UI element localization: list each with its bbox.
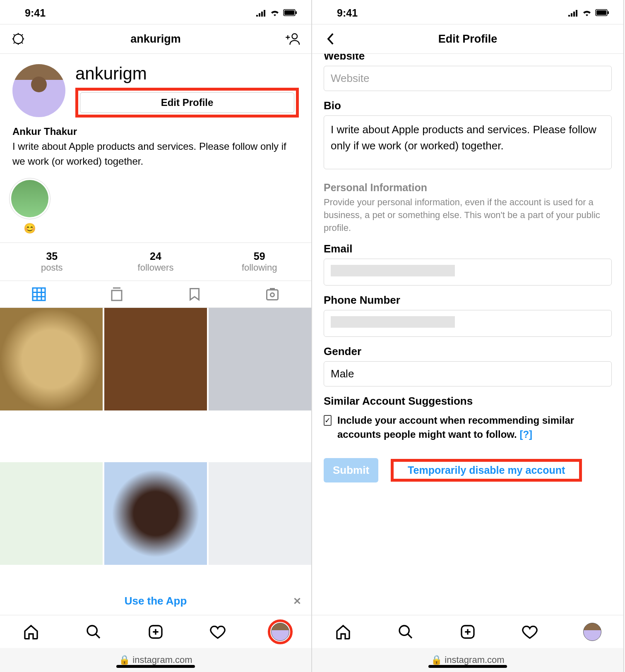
browser-footer: 🔒 instagram.com [312, 648, 623, 672]
story-highlight-label: 😊 [9, 223, 50, 234]
svg-rect-2 [296, 11, 297, 14]
stat-followers[interactable]: 24 followers [104, 243, 208, 281]
status-time: 9:41 [25, 7, 46, 19]
back-icon[interactable] [322, 31, 339, 47]
nav-title: Edit Profile [339, 33, 597, 46]
posts-count: 35 [0, 250, 104, 262]
tab-activity[interactable] [187, 624, 249, 640]
story-highlights: 😊 [0, 178, 311, 243]
nav-title: ankurigm [26, 33, 285, 46]
nav-header: ankurigm [0, 24, 311, 54]
status-bar: 9:41 [312, 0, 623, 24]
profile-tab-highlight [268, 619, 293, 644]
tab-home[interactable] [0, 624, 62, 640]
cellular-icon [568, 9, 579, 17]
help-link[interactable]: [?] [519, 429, 532, 440]
tab-tagged[interactable] [233, 281, 311, 307]
svg-point-8 [271, 293, 274, 297]
battery-icon [595, 9, 610, 17]
tab-search[interactable] [374, 624, 436, 640]
followers-label: followers [104, 262, 208, 273]
lock-icon: 🔒 [431, 655, 442, 665]
post-thumb[interactable] [209, 308, 311, 410]
bio-input[interactable]: I write about Apple products and service… [324, 115, 612, 169]
add-user-icon[interactable] [285, 31, 301, 47]
svg-rect-12 [596, 10, 606, 15]
temporarily-disable-link[interactable]: Temporarily disable my account [399, 458, 573, 482]
tab-search[interactable] [62, 624, 124, 640]
svg-rect-5 [33, 288, 45, 300]
footer-url: instagram.com [445, 655, 504, 665]
wifi-icon [582, 9, 592, 17]
similar-text-body: Include your account when recommending s… [337, 415, 574, 440]
footer-url: instagram.com [132, 655, 192, 665]
following-count: 59 [207, 250, 311, 262]
posts-label: posts [0, 262, 104, 273]
email-input[interactable] [324, 259, 612, 286]
phone-label: Phone Number [324, 294, 612, 307]
gender-label: Gender [324, 345, 612, 358]
followers-count: 24 [104, 250, 208, 262]
phone-right: 9:41 Edit Profile Website Bio I write ab… [312, 0, 624, 672]
svg-point-4 [292, 34, 297, 39]
post-thumb[interactable] [104, 462, 207, 565]
posts-grid: Use the App ✕ [0, 308, 311, 615]
username: ankurigm [75, 64, 299, 84]
bottom-tab-bar [0, 615, 311, 648]
bio-label: Bio [324, 99, 612, 112]
svg-rect-13 [608, 11, 609, 14]
nav-spacer [597, 31, 613, 47]
post-thumb[interactable] [0, 462, 103, 565]
svg-rect-1 [284, 10, 294, 15]
submit-row: Submit Temporarily disable my account [324, 458, 612, 482]
post-thumb[interactable] [209, 462, 311, 565]
settings-gear-icon[interactable] [10, 31, 26, 47]
use-app-text: Use the App [125, 595, 187, 607]
profile-avatar[interactable] [12, 64, 65, 117]
lock-icon: 🔒 [119, 655, 130, 665]
phone-input[interactable] [324, 310, 612, 337]
post-thumb[interactable] [104, 308, 207, 410]
gender-input[interactable]: Male [324, 361, 612, 386]
edit-profile-button[interactable]: Edit Profile [80, 92, 294, 113]
following-label: following [207, 262, 311, 273]
status-icons [256, 9, 298, 17]
svg-rect-7 [267, 290, 278, 300]
bio-text: I write about Apple products and service… [12, 139, 299, 169]
wifi-icon [270, 9, 280, 17]
edit-profile-form: Website Bio I write about Apple products… [312, 54, 623, 615]
nav-header: Edit Profile [312, 24, 623, 54]
edit-profile-highlight: Edit Profile [75, 88, 299, 118]
website-label: Website [324, 54, 612, 62]
status-icons [568, 9, 610, 17]
status-bar: 9:41 [0, 0, 311, 24]
similar-checkbox[interactable]: ✓ [324, 415, 332, 426]
stat-following[interactable]: 59 following [207, 243, 311, 281]
close-icon[interactable]: ✕ [293, 595, 301, 607]
stat-posts[interactable]: 35 posts [0, 243, 104, 281]
website-input[interactable] [324, 66, 612, 91]
tab-home[interactable] [312, 624, 374, 640]
tab-grid[interactable] [0, 281, 78, 307]
similar-checkbox-row: ✓ Include your account when recommending… [324, 413, 612, 441]
avatar-icon [583, 623, 601, 641]
post-thumb[interactable] [0, 308, 103, 410]
profile-meta: Ankur Thakur I write about Apple product… [0, 122, 311, 178]
use-app-banner[interactable]: Use the App ✕ [0, 587, 311, 615]
cellular-icon [256, 9, 267, 17]
tab-profile[interactable] [249, 619, 311, 644]
tab-new-post[interactable] [125, 624, 187, 640]
email-label: Email [324, 242, 612, 255]
profile-header: ankurigm Edit Profile [0, 54, 311, 122]
submit-button[interactable]: Submit [324, 458, 378, 482]
status-time: 9:41 [337, 7, 358, 19]
tab-saved[interactable] [156, 281, 233, 307]
similar-text: Include your account when recommending s… [337, 413, 612, 441]
tab-activity[interactable] [499, 624, 561, 640]
svg-point-14 [399, 626, 409, 635]
story-highlight[interactable] [9, 178, 50, 219]
tab-new-post[interactable] [437, 624, 499, 640]
tab-profile[interactable] [561, 623, 623, 641]
redacted-phone [331, 316, 455, 328]
tab-feed[interactable] [78, 281, 156, 307]
